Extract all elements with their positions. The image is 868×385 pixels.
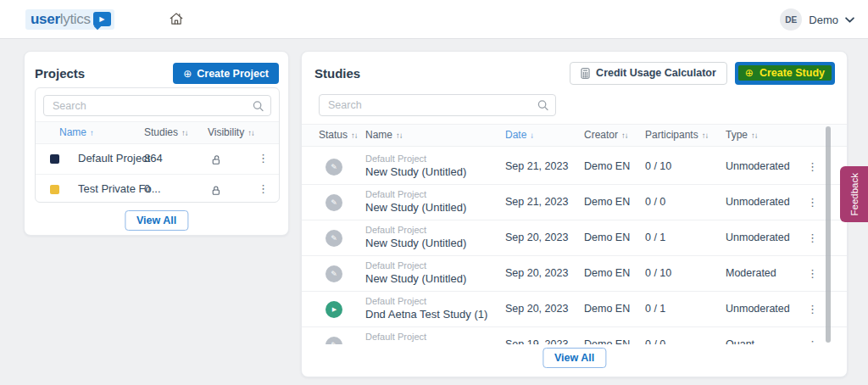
userlytics-dashboard: userlytics ▶ DE Demo Projects ⊕ Create P… [0, 0, 868, 385]
study-project: Default Project [365, 189, 466, 199]
row-menu-icon[interactable]: ⋮ [807, 339, 818, 344]
sort-icon: ↑↓ [751, 131, 758, 140]
study-row[interactable]: ✎ Default Project Sep 19, 2023 Demo EN 0… [302, 327, 847, 344]
study-type: Quant [726, 338, 754, 344]
projects-title: Projects [35, 66, 85, 81]
user-menu[interactable]: DE Demo [780, 0, 854, 39]
studies-view-all-button[interactable]: View All [542, 348, 606, 368]
studies-rows: ✎ Default ProjectNew Study (Untitled) Se… [302, 149, 847, 344]
search-icon [253, 100, 264, 111]
study-name: New Study (Untitled) [365, 201, 466, 214]
column-header-participants[interactable]: Participants↑↓ [645, 129, 708, 141]
projects-view-all-button[interactable]: View All [125, 210, 188, 231]
study-participants: 0 / 10 [645, 160, 671, 172]
study-date: Sep 20, 2023 [505, 303, 568, 315]
column-header-studies[interactable]: Studies↑↓ [144, 126, 188, 138]
create-project-button[interactable]: ⊕ Create Project [173, 63, 279, 84]
projects-panel: Projects ⊕ Create Project Name↑ Studies↑… [24, 51, 289, 236]
study-creator: Demo EN [584, 267, 630, 279]
feedback-label: Feedback [849, 173, 860, 216]
status-draft-icon: ✎ [326, 159, 342, 176]
row-menu-icon[interactable]: ⋮ [258, 153, 269, 164]
sort-icon: ↑↓ [248, 128, 254, 137]
chevron-down-icon [845, 17, 854, 23]
study-participants: 0 / 0 [645, 196, 665, 208]
lock-icon [211, 184, 221, 199]
credit-usage-calculator-label: Credit Usage Calculator [596, 67, 716, 79]
row-menu-icon[interactable]: ⋮ [807, 268, 818, 279]
sort-desc-icon: ↓ [530, 131, 533, 140]
project-name: Default Project [78, 152, 150, 165]
study-type: Unmoderated [726, 196, 790, 208]
row-menu-icon[interactable]: ⋮ [807, 304, 818, 315]
studies-search-input[interactable] [319, 94, 556, 116]
project-row[interactable]: Test Private Fo... 0 ⋮ [36, 174, 279, 203]
study-date: Sep 20, 2023 [505, 232, 568, 243]
status-draft-icon: ✎ [326, 265, 342, 282]
project-color-swatch [50, 185, 59, 194]
row-menu-icon[interactable]: ⋮ [807, 161, 818, 172]
status-active-icon: ▶ [326, 301, 342, 318]
column-header-date[interactable]: Date↓ [505, 129, 533, 141]
projects-search-input[interactable] [43, 95, 271, 116]
scrollbar-thumb[interactable] [826, 126, 831, 343]
column-header-visibility[interactable]: Visibility↑↓ [208, 126, 254, 138]
project-color-swatch [50, 154, 59, 164]
project-row[interactable]: Default Project 864 ⋮ [36, 144, 279, 174]
userlytics-logo[interactable]: userlytics ▶ [25, 9, 114, 30]
study-type: Unmoderated [726, 232, 790, 243]
study-row[interactable]: ▶ Default ProjectDnd Aetna Test Study (1… [302, 292, 847, 327]
study-row[interactable]: ✎ Default ProjectNew Study (Untitled) Se… [302, 256, 847, 292]
study-date: Sep 19, 2023 [505, 338, 568, 344]
study-project: Default Project [365, 332, 426, 342]
study-date: Sep 21, 2023 [505, 196, 568, 208]
study-creator: Demo EN [584, 196, 630, 208]
plus-circle-icon: ⊕ [745, 67, 754, 79]
study-type: Unmoderated [726, 160, 790, 172]
sort-icon: ↑↓ [351, 131, 358, 140]
projects-table: Name↑ Studies↑↓ Visibility↑↓ Default Pro… [35, 87, 280, 203]
logo-play-bubble-icon: ▶ [93, 12, 111, 26]
avatar: DE [780, 8, 802, 31]
study-project: Default Project [365, 153, 466, 164]
study-row[interactable]: ✎ Default ProjectNew Study (Untitled) Se… [302, 185, 847, 220]
studies-header: Studies Credit Usage Calculator ⊕ Create… [314, 61, 835, 85]
study-name: New Study (Untitled) [365, 165, 466, 178]
study-row[interactable]: ✎ Default ProjectNew Study (Untitled) Se… [302, 149, 847, 185]
row-menu-icon[interactable]: ⋮ [258, 183, 269, 194]
row-menu-icon[interactable]: ⋮ [807, 232, 818, 243]
project-studies-count: 864 [144, 152, 163, 165]
study-date: Sep 20, 2023 [505, 267, 568, 279]
create-study-label: Create Study [760, 67, 825, 79]
row-menu-icon[interactable]: ⋮ [807, 197, 818, 208]
logo-text-lytics: lytics [60, 11, 91, 27]
home-icon[interactable] [169, 11, 184, 26]
study-participants: 0 / 1 [645, 232, 665, 243]
studies-column-headers: Status↑↓ Name↑↓ Date↓ Creator↑↓ Particip… [302, 124, 847, 147]
column-header-type[interactable]: Type↑↓ [726, 129, 758, 141]
study-date: Sep 21, 2023 [505, 160, 568, 172]
study-participants: 0 / 1 [645, 303, 665, 315]
column-header-creator[interactable]: Creator↑↓ [584, 129, 628, 141]
projects-column-headers: Name↑ Studies↑↓ Visibility↑↓ [36, 121, 279, 144]
study-creator: Demo EN [584, 160, 630, 172]
column-header-status[interactable]: Status↑↓ [319, 129, 358, 141]
status-draft-icon: ✎ [326, 194, 342, 211]
sort-icon: ↑↓ [702, 131, 709, 140]
study-row[interactable]: ✎ Default ProjectNew Study (Untitled) Se… [302, 220, 847, 256]
create-study-button[interactable]: ⊕ Create Study [735, 62, 835, 85]
study-participants: 0 / 0 [645, 338, 665, 344]
study-name: New Study (Untitled) [365, 272, 466, 285]
credit-usage-calculator-button[interactable]: Credit Usage Calculator [570, 62, 727, 85]
column-header-name[interactable]: Name↑ [59, 126, 93, 138]
projects-search [43, 95, 271, 116]
feedback-tab[interactable]: Feedback [840, 166, 868, 222]
study-project: Default Project [365, 296, 487, 306]
logo-text-user: user [31, 11, 60, 27]
study-participants: 0 / 10 [645, 267, 671, 279]
studies-panel: Studies Credit Usage Calculator ⊕ Create… [301, 51, 848, 377]
study-project: Default Project [365, 260, 466, 271]
study-type: Moderated [726, 267, 776, 279]
studies-title: Studies [314, 66, 360, 81]
column-header-name[interactable]: Name↑↓ [365, 129, 403, 141]
